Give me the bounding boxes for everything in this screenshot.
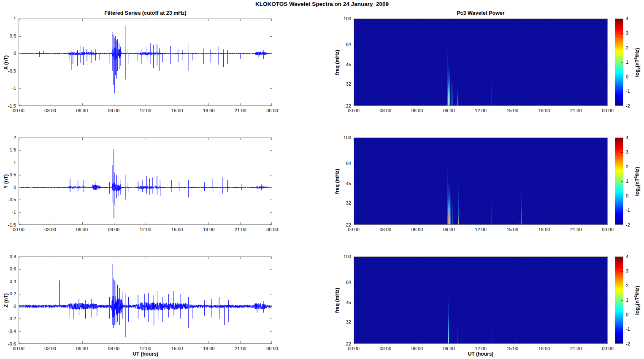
wavelet-power-streak	[458, 184, 459, 224]
x-tick	[177, 341, 177, 343]
colorbar-tick-label: 3	[626, 268, 628, 273]
colorbar-tick-label: 4	[626, 254, 628, 259]
x-tick	[481, 103, 481, 105]
x-tick-label: 00:00	[264, 108, 281, 113]
x-tick	[449, 341, 449, 343]
x-tick-label: 09:00	[441, 227, 457, 232]
y-tick	[19, 54, 21, 54]
colorbar-label-sub: 2	[637, 305, 641, 307]
colorbar-tick	[621, 329, 623, 329]
y-tick	[270, 294, 272, 294]
y-tick-label: 1	[0, 16, 16, 21]
x-tick-label: 03:00	[377, 227, 394, 232]
x-tick-label: 09:00	[441, 108, 457, 113]
x-tick	[114, 341, 114, 343]
y-tick	[354, 302, 356, 303]
colorbar-tick	[621, 210, 623, 211]
colorbar-tick-label: -2	[626, 341, 630, 346]
x-tick-label: 00:00	[345, 227, 362, 232]
y-tick-label: 64	[333, 280, 351, 285]
colorbar-tick-label: 3	[626, 30, 628, 35]
right-column-title: Pc3 Wavelet Power	[354, 10, 608, 16]
x-tick	[544, 19, 544, 21]
x-tick-label: 06:00	[73, 227, 90, 232]
x-tick-label: 15:00	[169, 346, 186, 351]
y-tick-label: 45	[333, 62, 351, 67]
y-tick	[19, 269, 21, 270]
y-tick-label: -1.5	[0, 103, 16, 108]
colorbar-tick	[621, 62, 623, 63]
x-tick	[544, 222, 544, 224]
y-tick	[354, 84, 356, 84]
colorbar-tick-label: 4	[626, 16, 628, 21]
colorbar-tick	[621, 286, 623, 286]
x-tick-label: 00:00	[345, 108, 362, 113]
x-tick	[417, 222, 418, 224]
colorbar-tick	[621, 167, 623, 167]
x-tick-label: 06:00	[73, 346, 90, 351]
y-tick	[354, 282, 356, 283]
x-tick-label: 00:00	[599, 346, 616, 351]
x-tick	[386, 19, 386, 21]
y-tick	[605, 203, 607, 203]
x-tick	[146, 341, 146, 343]
colorbar-tick	[621, 271, 623, 272]
ut-hours-label-right: UT (hours)	[354, 351, 608, 357]
y-tick-label: 22	[333, 341, 351, 346]
y-tick	[354, 184, 356, 184]
y-tick	[605, 282, 607, 283]
time-series-line	[19, 19, 272, 105]
x-tick	[481, 341, 481, 343]
colorbar-tick	[621, 48, 623, 48]
y-tick-label: 45	[333, 300, 351, 305]
z-series-plot	[19, 256, 272, 344]
wavelet-power-streak	[452, 79, 453, 105]
x-tick	[576, 222, 576, 224]
y-tick	[19, 331, 21, 332]
colorbar-tick	[621, 33, 623, 34]
colorbar-tick	[621, 105, 623, 105]
wavelet-power-streak	[450, 190, 451, 224]
x-tick	[386, 257, 386, 259]
x-tick-label: 00:00	[599, 227, 616, 232]
y-tick	[354, 105, 356, 105]
x-tick-label: 15:00	[169, 108, 186, 113]
y-tick-label: -0.5	[0, 68, 16, 73]
y-tick	[270, 343, 272, 343]
figure-title: KLOKOTOS Wavelet Spectra on 24 January 2…	[0, 1, 644, 7]
z-wavelet-heatmap	[354, 256, 608, 344]
x-tick-label: 12:00	[137, 227, 154, 232]
colorbar-tick-label: -2	[626, 103, 630, 108]
y-tick	[270, 19, 272, 19]
y-tick	[270, 187, 272, 188]
colorbar-tick	[621, 91, 623, 92]
x-tick	[240, 222, 241, 224]
x-tick	[51, 341, 51, 343]
colorbar-label-text: log	[634, 307, 640, 315]
y-tick	[19, 200, 21, 200]
colorbar-label-text: log	[634, 188, 640, 196]
x-tick	[240, 138, 241, 140]
colorbar-tick	[621, 19, 623, 19]
colorbar-label-bot: log2(nT2/Hz)	[633, 286, 641, 315]
x-tick	[82, 341, 83, 343]
x-tick-label: 18:00	[536, 108, 553, 113]
x-tick	[51, 138, 51, 140]
colorbar-tick	[621, 343, 623, 343]
wavelet-power-streak	[491, 193, 492, 224]
y-tick	[19, 150, 21, 151]
wavelet-power-streak	[491, 71, 492, 105]
x-tick-label: 21:00	[232, 108, 249, 113]
colorbar-label-text: log	[634, 69, 640, 77]
x-tick	[512, 103, 513, 105]
x-tick	[417, 19, 418, 21]
y-tick	[354, 343, 356, 343]
y-tick	[605, 19, 607, 19]
y-tick-label: 0.6	[0, 266, 16, 271]
x-tick-label: 06:00	[409, 227, 426, 232]
y-tick-label: 32	[333, 319, 351, 324]
x-tick	[82, 257, 83, 259]
y-tick	[354, 203, 356, 203]
y-tick	[605, 257, 607, 257]
y-tick	[19, 212, 21, 213]
